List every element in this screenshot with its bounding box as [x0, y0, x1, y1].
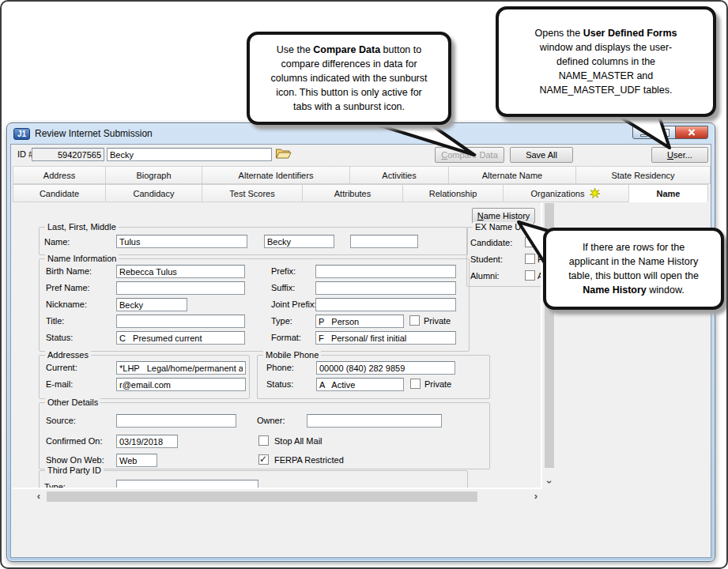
owner-label: Owner: [257, 416, 285, 425]
name-label: Name: [44, 237, 70, 247]
user-defined-forms-callout: Opens the User Defined Forms window and … [496, 6, 716, 117]
tab-biograph[interactable]: Biograph [105, 166, 202, 184]
source-field[interactable] [116, 414, 236, 428]
type-label: Type: [271, 316, 292, 326]
review-internet-submission-window: J1 Review Internet Submission ID # Compa… [6, 122, 715, 562]
current-address-field[interactable] [116, 361, 246, 375]
window-client-area: ID # Compare Data Save All User... Addre… [10, 144, 711, 558]
joint-prefix-field[interactable] [315, 298, 456, 311]
tab-attributes[interactable]: Attributes [302, 184, 403, 202]
stop-all-mail-label: Stop All Mail [274, 436, 323, 446]
stop-all-mail-checkbox[interactable] [258, 435, 269, 446]
close-icon [688, 129, 696, 136]
name-history-button[interactable]: Name History [472, 208, 535, 224]
name-private-label: Private [424, 316, 451, 326]
ferpa-restricted-label: FERPA Restricted [274, 455, 344, 465]
compare-data-button[interactable]: Compare Data [435, 147, 504, 163]
prefix-field[interactable] [315, 265, 456, 278]
phone-status-field[interactable] [316, 378, 404, 391]
group-title: Other Details [45, 398, 100, 407]
phone-private-checkbox[interactable] [410, 379, 421, 389]
phone-private-label: Private [424, 379, 451, 389]
suffix-field[interactable] [315, 281, 456, 295]
ex-student-checkbox[interactable] [525, 254, 535, 264]
format-field[interactable] [315, 331, 456, 345]
tab-organizations[interactable]: Organizations [503, 184, 629, 202]
form-scroll-region: Last, First, Middle Name: Name Informati… [13, 202, 542, 489]
name-history-callout: If there are rows for the applicant in t… [543, 228, 724, 310]
group-title: Addresses [45, 350, 91, 360]
ex-alumni-label: Alumni: [470, 271, 500, 281]
pref-name-field[interactable] [116, 281, 245, 295]
maximize-button[interactable] [654, 126, 676, 139]
confirmed-on-label: Confirmed On: [46, 436, 103, 446]
group-mobile-phone: Mobile Phone Phone: Status: Private [257, 355, 490, 399]
third-party-type-field[interactable] [116, 480, 258, 489]
owner-field[interactable] [307, 414, 442, 428]
user-button[interactable]: User... [651, 147, 708, 163]
open-folder-icon[interactable] [275, 147, 292, 160]
app-icon: J1 [13, 128, 30, 140]
phone-status-label: Status: [266, 379, 293, 389]
group-title: Third Party ID [45, 465, 104, 475]
id-field[interactable] [32, 148, 104, 161]
group-title: EX Name Usa [473, 222, 533, 232]
ex-student-suffix: F [538, 254, 542, 264]
scroll-down-icon[interactable]: › [544, 477, 555, 488]
tab-test-scores[interactable]: Test Scores [202, 184, 303, 202]
minimize-icon [640, 134, 647, 137]
joint-prefix-label: Joint Prefix: [271, 300, 316, 309]
group-name-information: Name Information Birth Name: Pref Name: … [39, 258, 470, 352]
tab-alternate-identifiers[interactable]: Alternate Identifiers [202, 166, 350, 184]
sunburst-icon [589, 187, 601, 199]
third-party-type-label: Type: [44, 482, 66, 489]
first-name-field[interactable] [264, 235, 334, 248]
phone-field[interactable] [316, 361, 455, 375]
source-label: Source: [46, 416, 76, 425]
group-title: Last, First, Middle [45, 222, 119, 232]
middle-name-field[interactable] [350, 235, 418, 248]
scroll-right-icon[interactable]: › [530, 491, 541, 502]
group-title: Name Information [45, 254, 119, 263]
email-field[interactable] [116, 378, 246, 391]
nickname-field[interactable] [116, 298, 187, 311]
tab-alternate-name[interactable]: Alternate Name [448, 166, 576, 184]
name-type-field[interactable] [315, 315, 404, 328]
ex-alumni-suffix: A [538, 271, 542, 281]
ferpa-restricted-checkbox[interactable] [258, 454, 269, 465]
scroll-left-icon[interactable]: ‹ [33, 491, 44, 502]
name-private-checkbox[interactable] [409, 315, 420, 326]
last-name-field[interactable] [116, 235, 247, 248]
show-on-web-field[interactable] [116, 454, 157, 467]
tab-relationship[interactable]: Relationship [402, 184, 504, 202]
close-button[interactable] [675, 126, 708, 139]
window-title: Review Internet Submission [35, 128, 153, 139]
birth-name-field[interactable] [116, 265, 245, 278]
ex-candidate-checkbox[interactable] [525, 237, 535, 247]
name-field[interactable] [107, 148, 272, 161]
tab-activities[interactable]: Activities [349, 166, 449, 184]
tab-name[interactable]: Name [628, 184, 708, 202]
tab-address[interactable]: Address [13, 166, 106, 184]
horizontal-scrollbar-thumb[interactable] [47, 492, 477, 502]
tab-candidate[interactable]: Candidate [13, 184, 106, 202]
show-on-web-label: Show On Web: [46, 455, 104, 465]
group-third-party-id: Third Party ID Type: [39, 470, 468, 489]
save-all-button[interactable]: Save All [510, 147, 573, 163]
title-label: Title: [46, 316, 64, 326]
current-address-label: Current: [46, 363, 77, 372]
ex-student-label: Student: [470, 254, 503, 264]
ex-alumni-checkbox[interactable] [525, 270, 535, 281]
name-status-field[interactable] [116, 331, 245, 345]
pref-name-label: Pref Name: [46, 283, 90, 292]
phone-label: Phone: [266, 363, 294, 372]
minimize-button[interactable] [632, 126, 655, 139]
confirmed-on-field[interactable] [116, 435, 178, 448]
tab-candidacy[interactable]: Candidacy [105, 184, 202, 202]
title-field[interactable] [116, 315, 245, 328]
title-bar[interactable]: J1 Review Internet Submission [7, 123, 715, 144]
status-label: Status: [46, 333, 73, 342]
maximize-icon [662, 130, 669, 136]
tab-state-residency[interactable]: State Residency [575, 166, 711, 184]
birth-name-label: Birth Name: [46, 266, 92, 276]
